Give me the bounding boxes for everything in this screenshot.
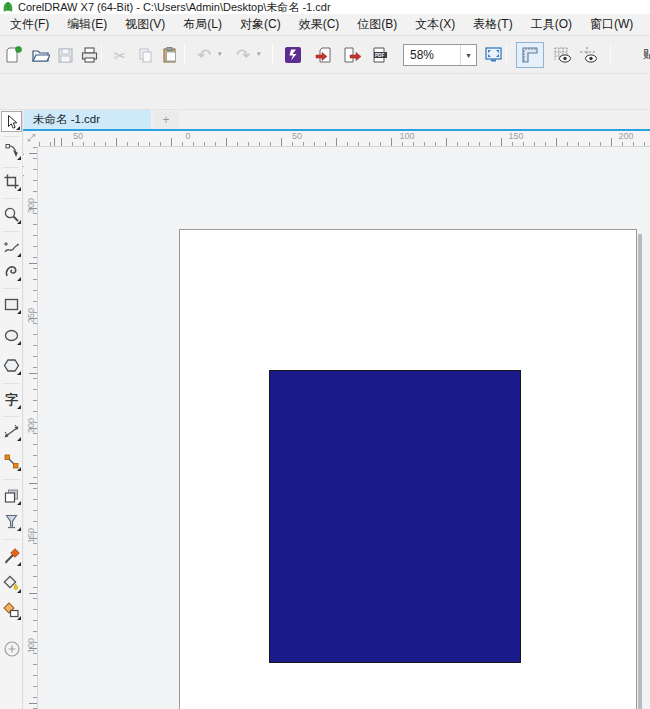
show-grid-toggle[interactable] <box>550 42 574 68</box>
chevron-down-icon: ▾ <box>460 45 476 65</box>
cut-button[interactable]: ✂ <box>108 42 132 68</box>
transparency-tool[interactable] <box>1 511 22 532</box>
ruler-major-ticks <box>38 138 650 146</box>
menu-item[interactable]: 视图(V) <box>116 13 174 36</box>
artistic-media-tool[interactable] <box>1 261 22 282</box>
print-button[interactable] <box>77 42 101 68</box>
show-rulers-toggle[interactable] <box>516 42 544 68</box>
menu-item[interactable]: 效果(C) <box>290 13 349 36</box>
ellipse-tool[interactable] <box>1 325 22 346</box>
color-eyedropper-tool[interactable] <box>1 546 22 567</box>
zoom-tool[interactable] <box>1 204 22 225</box>
new-document-icon <box>5 46 23 64</box>
zoom-level-combo[interactable]: 58% ▾ <box>403 44 477 66</box>
vertical-ruler[interactable]: 300250200150100 <box>24 147 38 709</box>
save-button[interactable] <box>53 42 77 68</box>
smart-fill-tool-icon <box>3 602 20 619</box>
menu-item[interactable]: 窗口(W) <box>581 13 642 36</box>
full-screen-preview-button[interactable] <box>481 42 505 68</box>
ellipse-tool-icon <box>3 327 20 344</box>
crop-tool[interactable] <box>1 171 22 192</box>
zoom-level-value: 58% <box>404 48 460 62</box>
menu-item[interactable]: 位图(B) <box>348 13 406 36</box>
grid-icon <box>553 46 572 64</box>
new-tab-button[interactable]: + <box>153 111 179 129</box>
text-tool-icon: 字 <box>5 391 18 409</box>
toolbar-separator <box>610 44 611 66</box>
ruler-label: 50 <box>73 131 83 141</box>
export-button[interactable] <box>340 42 364 68</box>
menu-item[interactable]: 编辑(E) <box>58 13 116 36</box>
horizontal-ruler[interactable]: 50050100150200 <box>38 131 650 147</box>
drawing-canvas[interactable] <box>38 147 650 709</box>
polygon-tool[interactable] <box>1 355 22 376</box>
toolbox: 字 <box>0 110 23 709</box>
redo-dropdown-caret[interactable]: ▾ <box>257 50 261 58</box>
undo-dropdown-caret[interactable]: ▾ <box>218 50 222 58</box>
search-content-button[interactable] <box>281 42 305 68</box>
ruler-label: 0 <box>185 131 190 141</box>
dimension-tool[interactable] <box>1 421 22 442</box>
copy-icon <box>137 47 154 64</box>
menu-item[interactable]: 对象(C) <box>231 13 290 36</box>
ruler-label: 150 <box>26 531 36 543</box>
cut-icon: ✂ <box>114 48 127 63</box>
menu-item[interactable]: 文件(F) <box>1 13 58 36</box>
svg-text:PDF: PDF <box>375 53 384 58</box>
text-tool[interactable]: 字 <box>1 389 22 410</box>
ruler-label: 250 <box>26 311 36 323</box>
plus-circle-icon <box>3 640 21 658</box>
rulers-icon <box>521 46 539 64</box>
snap-to-button-partial[interactable]: 贴 <box>643 46 650 64</box>
publish-pdf-icon: PDF <box>371 46 390 64</box>
menu-item[interactable]: 文本(X) <box>406 13 464 36</box>
transparency-tool-icon <box>3 513 20 530</box>
drop-shadow-tool[interactable] <box>1 485 22 506</box>
show-guidelines-toggle[interactable] <box>576 42 600 68</box>
redo-icon: ↷ <box>236 47 250 64</box>
open-button[interactable] <box>28 42 52 68</box>
plus-icon: + <box>162 113 169 127</box>
ruler-label: 200 <box>26 421 36 433</box>
menu-item[interactable]: 工具(O) <box>522 13 581 36</box>
menu-item[interactable]: 表格(T) <box>464 13 521 36</box>
toolbar-separator <box>101 44 102 66</box>
undo-button[interactable]: ↶ <box>192 42 216 68</box>
redo-button[interactable]: ↷ <box>231 42 255 68</box>
menu-item[interactable]: 布局(L) <box>174 13 231 36</box>
rectangle-tool[interactable] <box>1 294 22 315</box>
pick-tool[interactable] <box>1 111 22 132</box>
blue-rectangle-object[interactable] <box>269 370 521 663</box>
connector-tool[interactable] <box>1 451 22 472</box>
shape-tool[interactable] <box>1 140 22 161</box>
open-folder-icon <box>31 46 50 64</box>
document-tab-label: 未命名 -1.cdr <box>33 112 100 127</box>
interactive-fill-tool[interactable] <box>1 573 22 594</box>
toolbar-separator <box>272 44 273 66</box>
search-content-icon <box>284 46 302 64</box>
print-icon <box>80 46 99 64</box>
zoom-tool-icon <box>3 206 20 223</box>
ruler-label: 100 <box>26 641 36 653</box>
import-button[interactable] <box>312 42 336 68</box>
freehand-tool[interactable] <box>1 237 22 258</box>
pick-tool-icon <box>4 114 20 130</box>
toolbar-separator <box>506 44 507 66</box>
new-document-button[interactable] <box>2 42 26 68</box>
publish-pdf-button[interactable]: PDF <box>368 42 392 68</box>
shape-tool-icon <box>3 142 20 159</box>
color-eyedropper-tool-icon <box>3 548 20 565</box>
document-tab[interactable]: 未命名 -1.cdr <box>24 110 151 129</box>
export-icon <box>343 46 362 64</box>
toolbar-separator <box>184 44 185 66</box>
property-bar: A4 ▾ ▾▴ ▾▴ 单位: 毫米 ▾ <box>0 74 650 110</box>
interactive-fill-tool-icon <box>3 575 20 592</box>
standard-toolbar: ✂ ↶ ▾ ↷ ▾ <box>0 36 650 74</box>
polygon-tool-icon <box>3 357 20 374</box>
smart-fill-tool[interactable] <box>1 600 22 621</box>
paste-button[interactable] <box>158 42 182 68</box>
ruler-origin[interactable]: ⤢ <box>24 131 38 147</box>
title-bar: CorelDRAW X7 (64-Bit) - C:\Users\Admin\D… <box>0 0 650 14</box>
copy-button[interactable] <box>133 42 157 68</box>
quick-customize-button[interactable] <box>1 638 22 659</box>
